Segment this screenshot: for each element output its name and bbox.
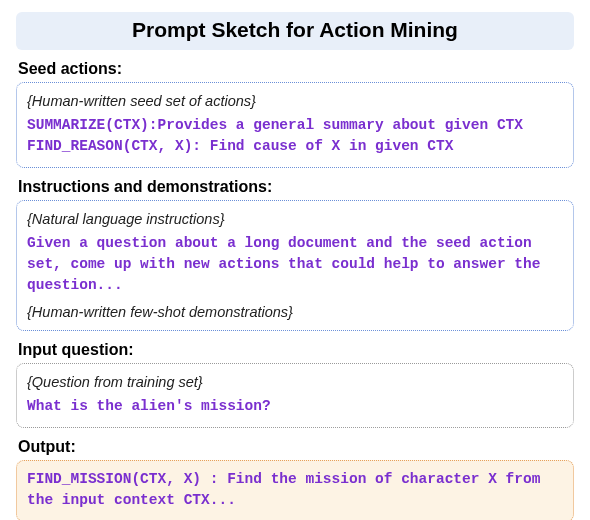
page-title: Prompt Sketch for Action Mining <box>16 18 574 42</box>
instructions-heading: Instructions and demonstrations: <box>18 178 574 196</box>
seed-actions-placeholder: {Human-written seed set of actions} <box>27 93 563 109</box>
output-box: FIND_MISSION(CTX, X) : Find the mission … <box>16 460 574 520</box>
seed-actions-heading: Seed actions: <box>18 60 574 78</box>
input-question-code: What is the alien's mission? <box>27 396 563 417</box>
input-question-heading: Input question: <box>18 341 574 359</box>
seed-actions-box: {Human-written seed set of actions} SUMM… <box>16 82 574 168</box>
title-bar: Prompt Sketch for Action Mining <box>16 12 574 50</box>
input-question-box: {Question from training set} What is the… <box>16 363 574 428</box>
input-question-placeholder: {Question from training set} <box>27 374 563 390</box>
instructions-placeholder-1: {Natural language instructions} <box>27 211 563 227</box>
instructions-box: {Natural language instructions} Given a … <box>16 200 574 331</box>
output-code: FIND_MISSION(CTX, X) : Find the mission … <box>27 469 563 511</box>
output-heading: Output: <box>18 438 574 456</box>
seed-actions-code: SUMMARIZE(CTX):Provides a general summar… <box>27 115 563 157</box>
instructions-placeholder-2: {Human-written few-shot demonstrations} <box>27 304 563 320</box>
instructions-code: Given a question about a long document a… <box>27 233 563 296</box>
